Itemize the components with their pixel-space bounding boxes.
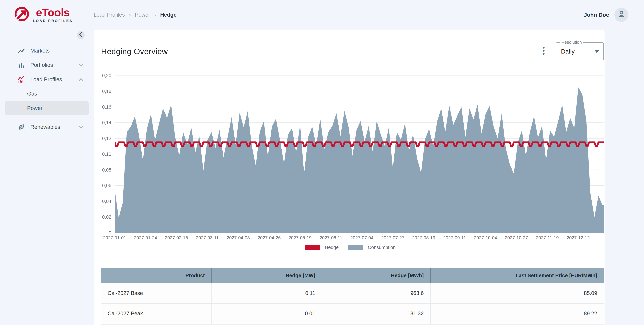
user-name: John Doe — [584, 12, 609, 18]
y-tick-label: 0,08 — [102, 167, 112, 173]
cell-hedge-mw: 0.11 — [212, 283, 322, 304]
sidebar-item-load-profiles[interactable]: Load Profiles — [0, 72, 94, 87]
cell-hedge-mw: 0.01 — [212, 304, 322, 324]
breadcrumb-load-profiles[interactable]: Load Profiles — [94, 12, 125, 18]
cell-product: Cal-2027 Base — [101, 283, 212, 304]
breadcrumb-separator: › — [129, 11, 131, 18]
column-header-hedge-mwh[interactable]: Hedge [MWh] — [322, 268, 430, 283]
sidebar-item-label: Power — [27, 105, 42, 111]
breadcrumb: Load Profiles › Power › Hedge — [94, 11, 176, 18]
breadcrumb-power[interactable]: Power — [135, 12, 150, 18]
y-tick-label: 0,14 — [102, 120, 112, 125]
chevron-down-icon — [78, 62, 84, 68]
hedge-products-table: Product Hedge [MW] Hedge [MWh] Last Sett… — [101, 268, 604, 324]
x-tick-label: 2027-05-19 — [288, 235, 312, 241]
hedging-overview-card: Hedging Overview Resolution Daily 00,020… — [94, 29, 604, 325]
table-row[interactable]: Cal-2027 Base 0.11 963.6 85.09 — [101, 283, 604, 304]
x-tick-label: 2027-10-04 — [474, 235, 497, 241]
cell-product: Cal-2027 Peak — [101, 304, 212, 324]
topbar: eTools LOAD PROFILES Load Profiles › Pow… — [0, 0, 644, 29]
x-tick-label: 2027-04-03 — [227, 235, 250, 241]
y-tick-label: 0,04 — [102, 199, 112, 204]
etools-logo-icon — [14, 6, 30, 23]
sidebar-item-label: Load Profiles — [30, 76, 62, 83]
brand-logo[interactable]: eTools LOAD PROFILES — [0, 6, 94, 23]
sidebar: Markets Portfolios — [0, 29, 94, 325]
x-tick-label: 2027-01-01 — [103, 235, 126, 241]
person-icon — [617, 9, 626, 20]
breadcrumb-separator: › — [154, 11, 156, 18]
cell-hedge-mwh: 31.32 — [322, 304, 430, 324]
y-tick-label: 0,10 — [102, 151, 112, 157]
resolution-select[interactable]: Resolution Daily — [556, 42, 604, 60]
leaf-icon — [18, 124, 25, 130]
chart-x-axis-labels: 2027-01-012027-01-242027-02-162027-03-11… — [115, 235, 604, 241]
x-tick-label: 2027-10-27 — [505, 235, 528, 241]
hedging-chart: 00,020,040,060,080,100,120,140,160,180,2… — [101, 75, 604, 241]
x-tick-label: 2027-01-24 — [134, 235, 157, 241]
sidebar-item-label: Renewables — [30, 124, 60, 130]
resolution-select-value: Daily — [561, 48, 575, 55]
y-tick-label: 0,16 — [102, 104, 112, 110]
chart-y-axis-labels: 00,020,040,060,080,100,120,140,160,180,2… — [101, 75, 115, 233]
x-tick-label: 2027-08-19 — [412, 235, 435, 241]
next-row-cutoff — [101, 324, 604, 325]
x-tick-label: 2027-02-16 — [165, 235, 188, 241]
cell-hedge-mwh: 963.6 — [322, 283, 430, 304]
x-tick-label: 2027-11-19 — [536, 235, 559, 241]
consumption-legend-swatch[interactable] — [348, 245, 363, 250]
kebab-menu-icon — [543, 47, 545, 56]
x-tick-label: 2027-04-26 — [258, 235, 281, 241]
table-header-row: Product Hedge [MW] Hedge [MWh] Last Sett… — [101, 268, 604, 283]
chevron-up-icon — [78, 76, 84, 83]
brand-name: eTools — [36, 7, 70, 18]
x-tick-label: 2027-07-27 — [381, 235, 404, 241]
x-tick-label: 2027-12-12 — [566, 235, 590, 241]
sidebar-item-renewables[interactable]: Renewables — [0, 120, 94, 134]
trend-line-icon — [18, 47, 25, 54]
hedge-legend-swatch[interactable] — [304, 245, 320, 250]
breadcrumb-hedge-current: Hedge — [160, 12, 176, 18]
chart-legend: Hedge Consumption — [101, 245, 604, 250]
app-root: eTools LOAD PROFILES Load Profiles › Pow… — [0, 0, 644, 325]
page-title: Hedging Overview — [101, 47, 168, 56]
more-options-button[interactable] — [540, 45, 547, 58]
sidebar-item-gas[interactable]: Gas — [0, 87, 94, 101]
table-row[interactable]: Cal-2027 Peak 0.01 31.32 89.22 — [101, 304, 604, 324]
y-tick-label: 0,18 — [102, 88, 112, 94]
card-header: Hedging Overview Resolution Daily — [101, 42, 604, 61]
y-tick-label: 0,20 — [102, 73, 112, 78]
y-tick-label: 0,12 — [102, 136, 112, 141]
y-tick-label: 0,06 — [102, 183, 112, 188]
y-tick-label: 0 — [109, 230, 112, 235]
user-menu: John Doe — [584, 8, 644, 22]
sidebar-collapse-button[interactable] — [77, 31, 85, 39]
sidebar-menu: Markets Portfolios — [0, 43, 94, 134]
brand-subtitle: LOAD PROFILES — [33, 19, 73, 23]
dropdown-arrow-icon — [595, 50, 599, 53]
sidebar-item-label: Markets — [30, 48, 50, 54]
sidebar-item-markets[interactable]: Markets — [0, 43, 94, 58]
cell-settlement-price: 85.09 — [430, 283, 604, 304]
column-header-last-settlement-price[interactable]: Last Settlement Price [EUR/MWh] — [430, 268, 604, 283]
cell-settlement-price: 89.22 — [430, 304, 604, 324]
column-header-product[interactable]: Product — [101, 268, 212, 283]
x-tick-label: 2027-07-04 — [350, 235, 374, 241]
x-tick-label: 2027-09-11 — [443, 235, 466, 241]
x-tick-label: 2027-03-11 — [196, 235, 219, 241]
consumption-legend-label[interactable]: Consumption — [368, 245, 396, 250]
chevron-down-icon — [78, 124, 84, 130]
chevron-left-icon — [79, 32, 82, 38]
y-tick-label: 0,02 — [102, 214, 112, 220]
x-tick-label: 2027-06-11 — [320, 235, 342, 241]
sidebar-item-power-active[interactable]: Power — [5, 101, 89, 115]
bar-chart-icon — [18, 62, 25, 68]
resolution-select-label: Resolution — [560, 40, 584, 45]
hedge-legend-label[interactable]: Hedge — [325, 245, 339, 250]
load-profiles-icon — [18, 76, 25, 83]
column-header-hedge-mw[interactable]: Hedge [MW] — [212, 268, 322, 283]
avatar[interactable] — [614, 8, 628, 22]
sidebar-item-label: Portfolios — [30, 62, 53, 68]
sidebar-item-portfolios[interactable]: Portfolios — [0, 58, 94, 72]
chart-plot-area — [115, 75, 604, 233]
